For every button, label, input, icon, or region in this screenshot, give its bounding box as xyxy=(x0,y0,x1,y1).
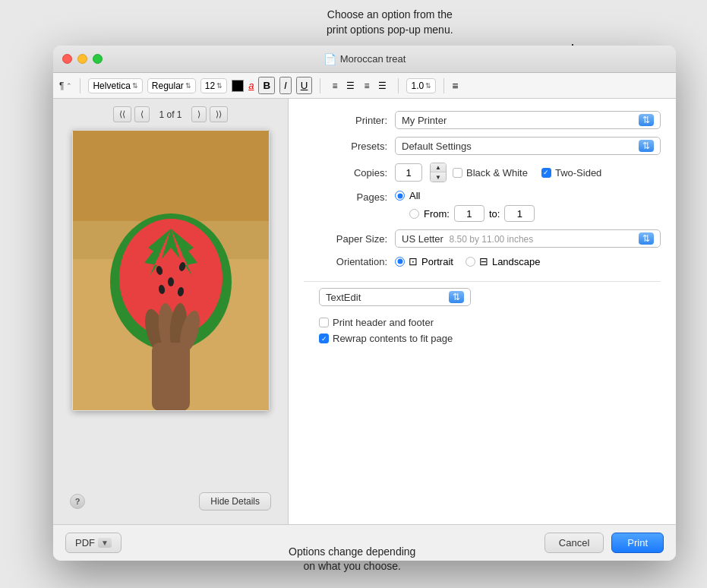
align-right-button[interactable]: ≡ xyxy=(360,79,373,93)
pages-row: Pages: All From: to: xyxy=(304,190,661,222)
printer-value: My Printer xyxy=(402,115,447,126)
portrait-option: ⊡ Portrait xyxy=(395,255,453,267)
right-panel: Printer: My Printer ⇅ Presets: Default S… xyxy=(289,99,676,524)
orientation-row: Orientation: ⊡ Portrait ⊟ Landscape xyxy=(304,255,661,267)
align-center-button[interactable]: ☰ xyxy=(342,79,358,93)
paper-size-content: US Letter 8.50 by 11.00 inches xyxy=(402,233,533,245)
window-title-text: Moroccan treat xyxy=(340,53,406,65)
paragraph-chevron: ⌃ xyxy=(66,82,72,90)
copies-increment[interactable]: ▲ xyxy=(431,163,446,172)
landscape-label: Landscape xyxy=(492,256,541,267)
help-button[interactable]: ? xyxy=(70,494,85,509)
pages-section: All From: to: xyxy=(395,190,535,222)
print-header-option: Print header and footer xyxy=(319,317,661,328)
copies-input[interactable] xyxy=(395,163,422,182)
font-style-selector[interactable]: Regular ⇅ xyxy=(147,78,196,93)
page-indicator: 1 of 1 xyxy=(153,109,188,120)
rewrap-option: ✓ Rewrap contents to fit page xyxy=(319,333,661,344)
pdf-label: PDF xyxy=(75,537,95,548)
document-icon: 📄 xyxy=(324,53,336,65)
presets-chevron: ⇅ xyxy=(639,140,654,152)
paragraph-button[interactable]: ¶ ⌃ xyxy=(59,81,72,91)
paper-size-row: Paper Size: US Letter 8.50 by 11.00 inch… xyxy=(304,229,661,248)
pages-from-radio[interactable] xyxy=(409,209,419,219)
black-white-checkbox[interactable] xyxy=(453,168,462,178)
alignment-buttons: ≡ ☰ ≡ ☰ xyxy=(328,79,390,93)
svg-rect-2 xyxy=(72,130,270,221)
close-button[interactable] xyxy=(62,54,72,64)
printer-row: Printer: My Printer ⇅ xyxy=(304,111,661,129)
first-page-button[interactable]: ⟨⟨ xyxy=(113,106,131,122)
landscape-radio[interactable] xyxy=(466,257,475,267)
pages-to-input[interactable] xyxy=(504,205,535,222)
pages-all-row: All xyxy=(395,190,535,201)
line-spacing-selector[interactable]: 1.0 ⇅ xyxy=(406,78,436,93)
font-size-value: 12 xyxy=(205,81,215,91)
print-button[interactable]: Print xyxy=(611,533,664,553)
prev-page-button[interactable]: ⟨ xyxy=(134,106,150,122)
underline-button[interactable]: U xyxy=(296,77,313,94)
textedit-row: TextEdit ⇅ xyxy=(319,288,661,306)
bold-button[interactable]: B xyxy=(258,77,275,94)
pdf-button[interactable]: PDF ▼ xyxy=(65,533,122,553)
italic-button[interactable]: I xyxy=(279,77,292,94)
textedit-chevron: ⇅ xyxy=(449,291,464,303)
list-button[interactable]: ≡ xyxy=(452,80,458,92)
paper-size-chevron: ⇅ xyxy=(639,232,654,245)
orientation-label: Orientation: xyxy=(304,256,387,267)
rewrap-checkbox[interactable]: ✓ xyxy=(319,334,329,343)
svg-rect-20 xyxy=(152,343,190,411)
portrait-label: Portrait xyxy=(421,256,453,267)
align-left-button[interactable]: ≡ xyxy=(328,79,341,93)
options-section: Print header and footer ✓ Rewrap content… xyxy=(319,312,661,349)
last-page-button[interactable]: ⟩⟩ xyxy=(210,106,228,122)
traffic-lights xyxy=(62,54,103,64)
print-header-checkbox[interactable] xyxy=(319,318,329,327)
line-spacing-chevron: ⇅ xyxy=(425,82,431,90)
paper-size-selector[interactable]: US Letter 8.50 by 11.00 inches ⇅ xyxy=(395,229,661,248)
maximize-button[interactable] xyxy=(93,54,103,64)
bottom-bar: ? Hide Details xyxy=(61,486,280,517)
pages-from-row: From: to: xyxy=(409,205,535,222)
align-justify-button[interactable]: ☰ xyxy=(374,79,390,93)
window-content: ⟨⟨ ⟨ 1 of 1 ⟩ ⟩⟩ xyxy=(53,99,676,524)
portrait-radio[interactable] xyxy=(395,257,405,267)
hide-details-button[interactable]: Hide Details xyxy=(199,492,271,511)
two-sided-label: Two-Sided xyxy=(555,167,601,179)
presets-selector[interactable]: Default Settings ⇅ xyxy=(395,137,661,155)
copies-row: Copies: ▲ ▼ Black & White ✓ Two-Sided xyxy=(304,163,661,182)
textedit-selector[interactable]: TextEdit ⇅ xyxy=(319,288,471,306)
portrait-icon: ⊡ xyxy=(409,255,418,267)
textedit-value: TextEdit xyxy=(326,292,361,303)
title-bar: 📄 Moroccan treat xyxy=(53,46,676,73)
copies-decrement[interactable]: ▼ xyxy=(431,172,446,182)
presets-label: Presets: xyxy=(304,141,387,152)
cancel-button[interactable]: Cancel xyxy=(544,533,604,553)
separator-3 xyxy=(398,78,399,93)
landscape-icon: ⊟ xyxy=(479,255,488,267)
font-name-selector[interactable]: Helvetica ⇅ xyxy=(88,78,142,93)
font-size-chevron: ⇅ xyxy=(216,82,223,90)
line-spacing-value: 1.0 xyxy=(411,81,424,91)
section-divider xyxy=(304,281,661,282)
font-size-selector[interactable]: 12 ⇅ xyxy=(200,78,227,93)
printer-chevron: ⇅ xyxy=(639,114,654,126)
printer-label: Printer: xyxy=(304,115,387,126)
pages-from-input[interactable] xyxy=(454,205,484,222)
font-color-button[interactable]: a xyxy=(248,80,254,91)
color-swatch[interactable] xyxy=(232,80,244,92)
pages-all-radio[interactable] xyxy=(395,191,405,201)
annotation-top: Choose an option from the print options … xyxy=(327,8,453,37)
page-preview xyxy=(72,130,270,411)
two-sided-checkbox[interactable]: ✓ xyxy=(541,168,551,178)
pages-to-label: to: xyxy=(489,208,500,220)
printer-selector[interactable]: My Printer ⇅ xyxy=(395,111,661,129)
landscape-option: ⊟ Landscape xyxy=(466,255,541,267)
copies-controls: ▲ ▼ Black & White ✓ Two-Sided xyxy=(395,163,601,182)
next-page-button[interactable]: ⟩ xyxy=(191,106,207,122)
pages-all-label: All xyxy=(409,190,420,201)
presets-value: Default Settings xyxy=(402,141,472,152)
minimize-button[interactable] xyxy=(77,54,87,64)
orientation-options: ⊡ Portrait ⊟ Landscape xyxy=(395,255,541,267)
page-navigation: ⟨⟨ ⟨ 1 of 1 ⟩ ⟩⟩ xyxy=(61,106,280,122)
